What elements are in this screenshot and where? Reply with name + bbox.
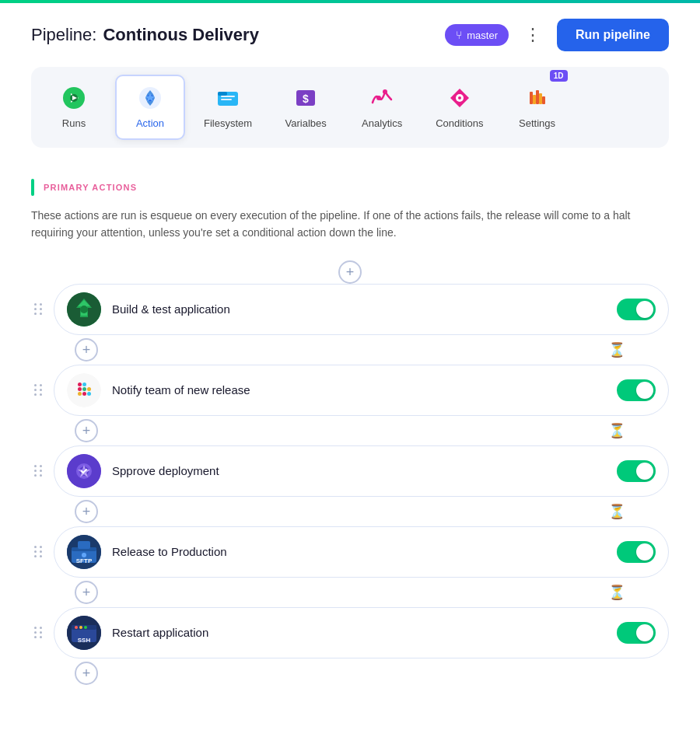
action-card-build[interactable]: Build & test application bbox=[54, 284, 669, 335]
tab-variables[interactable]: $ Varialbes bbox=[271, 75, 341, 140]
drag-handle-approve[interactable] bbox=[31, 462, 46, 480]
svg-rect-28 bbox=[87, 387, 91, 391]
svg-rect-41 bbox=[78, 541, 90, 549]
branch-badge[interactable]: ⑂ master bbox=[445, 24, 509, 46]
action-row-notify: Notify team of new release bbox=[31, 365, 669, 416]
action-card-notify[interactable]: Notify team of new release bbox=[54, 365, 669, 416]
tab-filesystem[interactable]: Filesystem bbox=[191, 75, 264, 140]
svg-rect-24 bbox=[78, 382, 82, 386]
action-name-release: Release to Production bbox=[112, 545, 606, 558]
action-card-approve[interactable]: Spprove deployment bbox=[54, 445, 669, 497]
add-action-after-notify[interactable]: + bbox=[75, 419, 98, 442]
action-row-release: SFTP Release to Production bbox=[31, 526, 669, 578]
delete-icon-4[interactable]: ⏳ bbox=[608, 584, 625, 601]
tab-settings-label: Settings bbox=[519, 117, 555, 129]
svg-rect-16 bbox=[536, 90, 539, 104]
conditions-icon bbox=[447, 86, 472, 114]
tab-settings[interactable]: 1D Settings bbox=[502, 75, 572, 140]
svg-rect-31 bbox=[87, 392, 91, 396]
svg-rect-15 bbox=[533, 95, 536, 104]
branch-icon: ⑂ bbox=[456, 29, 462, 41]
run-pipeline-button[interactable]: Run pipeline bbox=[557, 19, 669, 51]
tab-filesystem-label: Filesystem bbox=[204, 117, 252, 129]
svg-point-49 bbox=[84, 626, 87, 629]
pipeline-name: Continous Delivery bbox=[103, 25, 258, 45]
svg-rect-7 bbox=[221, 99, 232, 100]
delete-icon-1[interactable]: ⏳ bbox=[608, 341, 625, 358]
between-row-5: + ⏳ bbox=[31, 658, 669, 688]
action-row-approve: Spprove deployment bbox=[31, 445, 669, 497]
action-icon bbox=[138, 86, 163, 114]
tab-analytics[interactable]: Analytics bbox=[347, 75, 417, 140]
between-row-2: + ⏳ bbox=[31, 416, 669, 445]
drag-handle-notify[interactable] bbox=[31, 381, 46, 399]
svg-point-10 bbox=[376, 96, 381, 100]
action-card-restart[interactable]: SSH Restart application bbox=[54, 607, 669, 658]
between-row-1: + ⏳ bbox=[31, 335, 669, 365]
action-name-notify: Notify team of new release bbox=[112, 383, 606, 396]
svg-rect-30 bbox=[82, 392, 86, 396]
tab-action[interactable]: Action bbox=[115, 75, 185, 140]
toggle-notify[interactable] bbox=[617, 379, 656, 401]
section-description: These actions are run is esqueue on ever… bbox=[31, 207, 669, 242]
svg-point-11 bbox=[383, 89, 387, 94]
toggle-restart[interactable] bbox=[617, 622, 656, 644]
svg-text:$: $ bbox=[303, 93, 309, 105]
page-title: Pipeline: Continous Delivery bbox=[31, 25, 259, 45]
toggle-approve[interactable] bbox=[617, 460, 656, 482]
add-action-after-release[interactable]: + bbox=[75, 581, 98, 604]
tab-action-label: Action bbox=[136, 117, 164, 129]
tab-analytics-label: Analytics bbox=[362, 117, 402, 129]
delete-icon-3[interactable]: ⏳ bbox=[608, 503, 625, 520]
toggle-release[interactable] bbox=[617, 541, 656, 563]
drag-handle-release[interactable] bbox=[31, 543, 46, 561]
tab-conditions-label: Conditions bbox=[436, 117, 483, 129]
drag-handle-build[interactable] bbox=[31, 300, 46, 318]
add-action-after-build[interactable]: + bbox=[75, 338, 98, 362]
svg-point-47 bbox=[75, 626, 78, 629]
main-content: PRIMARY ACTIONS These actions are run is… bbox=[0, 163, 700, 719]
action-name-build: Build & test application bbox=[112, 302, 606, 316]
section-line-decoration bbox=[31, 179, 34, 196]
runs-icon bbox=[61, 86, 86, 114]
section-header: PRIMARY ACTIONS bbox=[31, 179, 669, 196]
build-icon bbox=[67, 292, 101, 327]
drag-handle-restart[interactable] bbox=[31, 624, 46, 641]
svg-point-13 bbox=[458, 96, 461, 100]
svg-rect-29 bbox=[78, 392, 82, 396]
add-action-after-approve[interactable]: + bbox=[75, 500, 98, 523]
action-row-wrapper-build: Build & test application + ⏳ bbox=[31, 284, 669, 365]
header-actions: ⑂ master ⋮ Run pipeline bbox=[445, 19, 669, 51]
svg-rect-18 bbox=[542, 96, 545, 104]
svg-text:SFTP: SFTP bbox=[76, 557, 93, 564]
add-action-after-restart[interactable]: + bbox=[75, 662, 98, 685]
ssh-icon: SSH bbox=[67, 616, 101, 650]
tab-runs[interactable]: Runs bbox=[39, 75, 109, 140]
action-row-wrapper-notify: Notify team of new release + ⏳ bbox=[31, 365, 669, 445]
pipeline-label: Pipeline: bbox=[31, 25, 96, 45]
tab-conditions[interactable]: Conditions bbox=[423, 75, 495, 140]
svg-point-42 bbox=[82, 553, 86, 557]
section-label: PRIMARY ACTIONS bbox=[44, 183, 137, 192]
tab-runs-label: Runs bbox=[62, 117, 86, 129]
svg-rect-25 bbox=[78, 387, 82, 391]
add-action-button-top[interactable]: + bbox=[338, 260, 362, 284]
svg-rect-5 bbox=[218, 92, 227, 96]
action-card-release[interactable]: SFTP Release to Production bbox=[54, 526, 669, 578]
between-row-3: + ⏳ bbox=[31, 497, 669, 526]
action-row-build: Build & test application bbox=[31, 284, 669, 335]
action-name-restart: Restart application bbox=[112, 626, 606, 639]
more-button[interactable]: ⋮ bbox=[518, 22, 548, 48]
delete-icon-2[interactable]: ⏳ bbox=[608, 422, 625, 439]
slack-icon bbox=[67, 373, 101, 407]
analytics-icon bbox=[369, 86, 394, 114]
header: Pipeline: Continous Delivery ⑂ master ⋮ … bbox=[0, 3, 700, 67]
svg-rect-27 bbox=[82, 387, 86, 391]
filesystem-icon bbox=[215, 86, 240, 114]
variables-icon: $ bbox=[293, 86, 318, 114]
action-row-wrapper-release: SFTP Release to Production + ⏳ bbox=[31, 526, 669, 607]
settings-badge: 1D bbox=[550, 70, 568, 82]
svg-rect-17 bbox=[539, 93, 542, 104]
toggle-build[interactable] bbox=[617, 299, 656, 320]
approve-icon bbox=[67, 454, 101, 488]
